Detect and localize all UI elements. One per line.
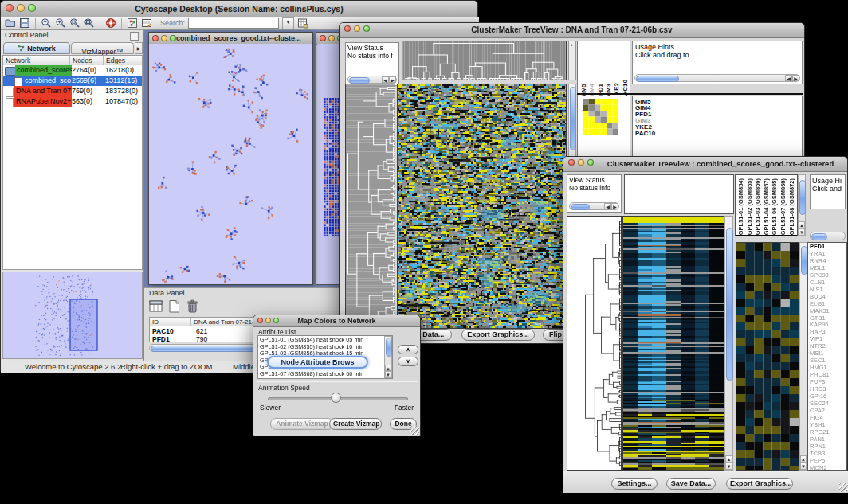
slider-thumb[interactable] [331,393,341,403]
treeview1-title-bar[interactable]: ClusterMaker TreeView : DNA and Tran 07-… [340,23,804,38]
gene-label[interactable]: YKE2 [635,124,802,131]
annotation-icon[interactable] [141,18,152,29]
row-dendrogram-canvas[interactable] [346,84,395,328]
dialog-title-bar[interactable]: Map Colors to Network [253,315,420,327]
heatmap-vscrollbar[interactable]: ▲ ▼ [724,216,733,471]
create-attribute-icon[interactable] [167,299,182,314]
col-edges[interactable]: Edges [104,56,142,65]
minimize-icon[interactable] [17,4,25,12]
scroll-left-icon[interactable]: ◀ [604,203,611,209]
attribute-list-item[interactable]: GPL51-07 (GSM868) heat shock 60 min [258,371,392,378]
row-dendrogram-canvas[interactable] [567,217,621,470]
tab-vizmapper[interactable]: VizMapper™ [71,42,134,54]
network-row-combined-scores[interactable]: combined_scores 2764(0) 16218(0) [3,65,142,76]
treeview2-title-bar[interactable]: ClusterMaker TreeView : combined_scores_… [563,157,847,172]
main-title-bar[interactable]: Cytoscape Desktop (Session Name: collins… [1,1,477,18]
attribute-list-vscrollbar[interactable]: ▲ ▼ [384,336,392,378]
close-icon[interactable] [6,4,14,12]
scroll-up-icon[interactable]: ▲ [725,455,732,463]
gene-label[interactable]: GIM3 [635,118,802,124]
zoom-heatmap-panel[interactable] [736,242,799,471]
heatmap-panel[interactable] [397,84,567,329]
scroll-right-icon[interactable]: ▶ [792,75,799,81]
create-vizmap-button[interactable]: Create Vizmap [329,418,382,430]
overview-canvas[interactable] [3,272,142,358]
row-dendrogram-panel[interactable] [567,216,622,471]
resize-grip[interactable] [839,483,848,492]
zoom-out-icon[interactable] [41,18,52,29]
zoom-window-icon[interactable] [587,159,594,166]
tab-overflow-button[interactable]: ▶ [135,42,143,54]
heatmap-panel[interactable] [622,216,724,471]
zoom-window-icon[interactable] [170,35,176,41]
close-icon[interactable] [344,25,351,32]
gene-label[interactable]: PFD1 [635,111,802,118]
save-icon[interactable] [19,18,30,29]
zoom-heatmap-canvas[interactable] [736,243,799,470]
network-row-selected[interactable]: combined_sco 2569(6) 13112(15) [3,76,142,86]
search-input[interactable] [188,18,279,29]
scroll-down-icon[interactable]: ▼ [800,463,807,470]
heatmap-canvas[interactable] [398,84,566,328]
minimize-icon[interactable] [354,25,360,32]
close-icon[interactable] [152,35,159,41]
network-overview-panel[interactable] [2,272,143,359]
move-down-button[interactable]: ∨ [398,357,418,366]
scroll-up-icon[interactable]: ▲ [800,455,807,463]
select-attributes-icon[interactable] [149,299,163,314]
open-icon[interactable] [5,18,16,29]
scroll-right-icon[interactable]: ▶ [389,76,396,83]
view-status-hscrollbar[interactable]: ◀ ▶ [347,76,397,84]
zoom-window-icon[interactable] [28,4,36,12]
scroll-up-icon[interactable]: ▲ [799,221,805,229]
zoom-window-icon[interactable] [273,318,279,323]
col-id[interactable]: ID [150,318,191,326]
zoom-selected-icon[interactable] [69,18,80,29]
scroll-left-icon[interactable]: ◀ [382,76,389,83]
help-icon[interactable] [105,18,116,29]
row-dendrogram-panel[interactable] [345,84,395,329]
close-icon[interactable] [257,318,263,323]
column-dendrogram-panel[interactable] [402,41,567,80]
gene-label[interactable]: GIM4 [635,105,802,111]
row-id[interactable]: PFD1 [152,335,170,343]
gene-label[interactable]: MON2 [810,465,846,471]
node-attribute-browser-tab[interactable]: Node Attribute Brows [267,356,368,369]
attribute-table-icon[interactable] [297,18,308,29]
resize-grip[interactable] [410,426,419,435]
close-icon[interactable] [320,35,326,41]
float-panel-icon[interactable] [130,32,139,41]
delete-attribute-icon[interactable] [186,299,200,314]
column-labels-vscrollbar[interactable]: ▲ ▼ [798,174,806,236]
network-view-canvas[interactable] [149,44,312,284]
tab-network[interactable]: Network [3,42,70,54]
search-dropdown-button[interactable]: ▼ [282,17,294,29]
column-dendrogram-canvas[interactable] [402,41,566,80]
zoom-fit-icon[interactable] [84,18,95,29]
col-network[interactable]: Network [3,56,70,65]
usage-hints-hscrollbar[interactable] [810,232,846,240]
scroll-down-icon[interactable]: ▼ [725,463,732,470]
settings-button[interactable]: Settings... [611,478,658,490]
scroll-up-icon[interactable]: ▲ [385,365,391,371]
export-graphics-button[interactable]: Export Graphics... [726,478,793,490]
row-value[interactable]: 621 [196,327,207,335]
row-value[interactable]: 790 [196,335,207,343]
gene-label[interactable]: GIM5 [635,99,802,105]
scroll-down-icon[interactable]: ▼ [799,229,805,236]
zoom-in-icon[interactable] [55,18,66,29]
gene-label[interactable]: PAC10 [635,131,802,137]
close-icon[interactable] [568,159,575,166]
scroll-left-icon[interactable]: ◀ [785,75,792,81]
minimize-icon[interactable] [161,35,167,41]
col-nodes[interactable]: Nodes [70,56,104,65]
minimize-icon[interactable] [578,159,584,166]
plugin-icon[interactable] [127,18,138,29]
row-id[interactable]: PAC10 [152,327,174,335]
column-dendrogram-panel[interactable] [624,174,734,214]
heatmap-canvas[interactable] [623,217,724,470]
zoom-matrix-canvas[interactable] [583,99,618,135]
animate-vizmap-button[interactable]: Animate Vizmap [270,418,334,430]
scroll-right-icon[interactable]: ▶ [611,203,618,209]
network-row-rnapuber[interactable]: RNAPuberNov2+ 563(0) 107847(0) [3,96,142,107]
